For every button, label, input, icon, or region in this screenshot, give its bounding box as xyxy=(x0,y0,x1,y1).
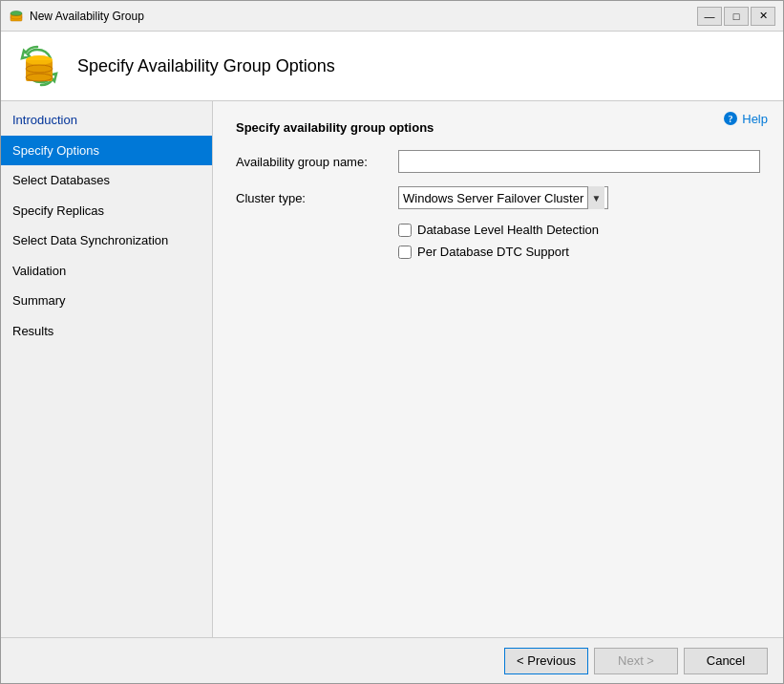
minimize-button[interactable]: — xyxy=(697,7,722,26)
maximize-button[interactable]: □ xyxy=(724,7,749,26)
main-inner: Specify availability group options Avail… xyxy=(213,101,783,637)
sidebar-item-specify-replicas[interactable]: Specify Replicas xyxy=(1,196,212,226)
help-label: Help xyxy=(742,112,768,126)
title-bar: New Availability Group — □ ✕ xyxy=(1,1,783,32)
sidebar-item-results[interactable]: Results xyxy=(1,316,212,347)
window-title: New Availability Group xyxy=(30,10,697,23)
ag-name-row: Availability group name: xyxy=(236,150,760,173)
svg-rect-7 xyxy=(26,60,53,81)
header-title: Specify Availability Group Options xyxy=(77,56,335,76)
db-health-row: Database Level Health Detection xyxy=(398,223,760,237)
header-section: Specify Availability Group Options xyxy=(1,32,783,101)
window-icon xyxy=(9,9,24,24)
per-db-dtc-label[interactable]: Per Database DTC Support xyxy=(417,245,569,259)
db-health-checkbox[interactable] xyxy=(398,224,412,237)
footer-bar: < Previous Next > Cancel xyxy=(1,637,783,683)
content-area: Introduction Specify Options Select Data… xyxy=(1,101,783,637)
per-db-dtc-row: Per Database DTC Support xyxy=(398,245,760,259)
per-db-dtc-checkbox[interactable] xyxy=(398,246,412,259)
main-panel: ? Help Specify availability group option… xyxy=(213,101,783,637)
ag-name-label: Availability group name: xyxy=(236,155,398,169)
main-window: New Availability Group — □ ✕ Specify Ava… xyxy=(0,0,784,684)
sidebar-item-select-data-sync[interactable]: Select Data Synchronization xyxy=(1,225,212,256)
next-button[interactable]: Next > xyxy=(594,648,678,674)
help-link[interactable]: ? Help xyxy=(723,111,768,126)
cancel-button[interactable]: Cancel xyxy=(684,648,768,674)
cluster-type-select[interactable]: Windows Server Failover Cluster External… xyxy=(398,186,608,209)
section-title: Specify availability group options xyxy=(236,120,760,135)
header-icon xyxy=(16,43,62,89)
sidebar-item-specify-options[interactable]: Specify Options xyxy=(1,136,212,166)
sidebar-item-select-databases[interactable]: Select Databases xyxy=(1,165,212,196)
svg-text:?: ? xyxy=(729,114,733,124)
sidebar: Introduction Specify Options Select Data… xyxy=(1,101,213,637)
cluster-type-wrapper: Windows Server Failover Cluster External… xyxy=(398,186,608,209)
previous-button[interactable]: < Previous xyxy=(504,648,588,674)
ag-name-input[interactable] xyxy=(398,150,760,173)
close-button[interactable]: ✕ xyxy=(751,7,775,26)
sidebar-item-introduction[interactable]: Introduction xyxy=(1,105,212,136)
window-controls: — □ ✕ xyxy=(697,7,775,26)
sidebar-item-summary[interactable]: Summary xyxy=(1,286,212,316)
db-health-label[interactable]: Database Level Health Detection xyxy=(417,223,599,237)
cluster-type-row: Cluster type: Windows Server Failover Cl… xyxy=(236,186,760,209)
sidebar-item-validation[interactable]: Validation xyxy=(1,256,212,287)
help-icon: ? xyxy=(723,111,738,126)
cluster-type-label: Cluster type: xyxy=(236,191,398,205)
